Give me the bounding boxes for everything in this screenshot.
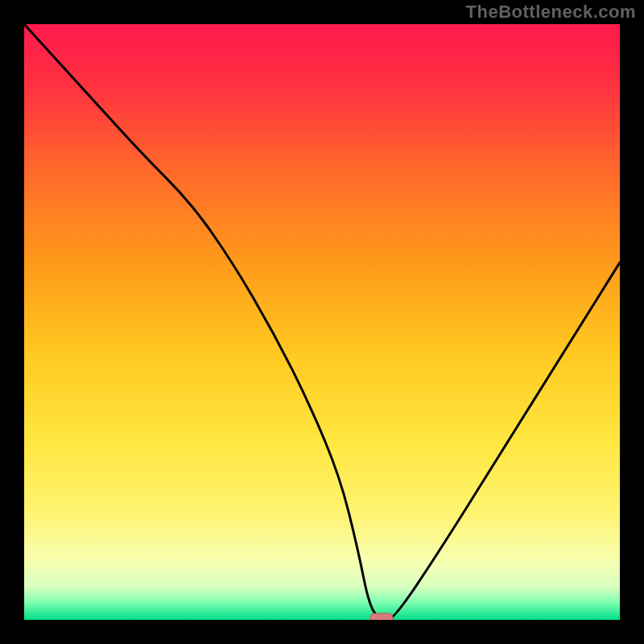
chart-frame: TheBottleneck.com	[0, 0, 644, 644]
plot-area	[24, 24, 620, 620]
watermark-text: TheBottleneck.com	[466, 2, 636, 23]
optimal-marker	[370, 613, 393, 620]
bottleneck-chart	[24, 24, 620, 620]
gradient-background	[24, 24, 620, 620]
